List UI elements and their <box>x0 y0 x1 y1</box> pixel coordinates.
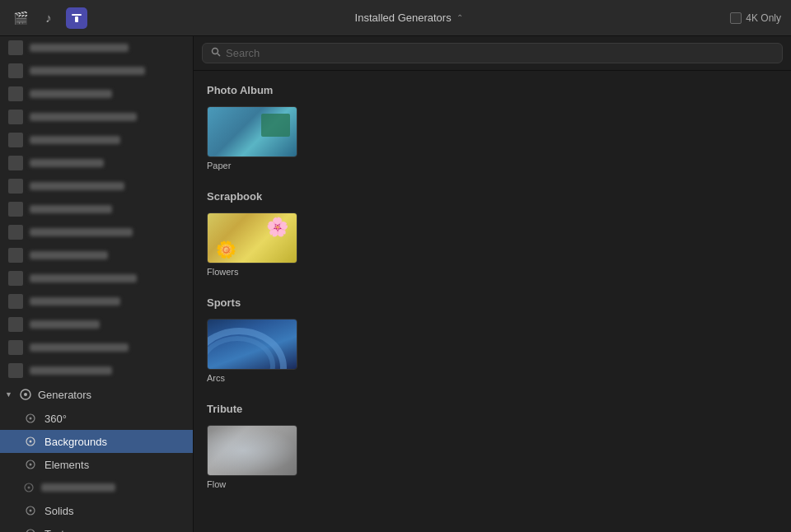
list-item <box>0 221 193 244</box>
film-icon[interactable]: 🎬 <box>10 7 31 29</box>
music-icon[interactable]: ♪ <box>38 7 59 29</box>
list-item <box>0 267 193 290</box>
svg-point-5 <box>30 418 32 420</box>
main-layout: ▼ Generators 360° <box>0 36 791 532</box>
media-item-paper[interactable]: Paper <box>207 106 297 170</box>
sidebar-item-label: 360° <box>44 413 67 425</box>
generators-label: Generators <box>38 389 91 401</box>
generators-section-header[interactable]: ▼ Generators <box>0 382 193 407</box>
sidebar-item-solids[interactable]: Solids <box>0 499 193 522</box>
blurred-label <box>30 182 124 190</box>
category-sports: Sports Arcs <box>194 283 791 390</box>
media-thumbnail <box>207 425 297 476</box>
generator-icon <box>23 503 38 518</box>
svg-point-9 <box>30 464 32 466</box>
svg-rect-0 <box>72 14 82 16</box>
generator-icon <box>23 457 38 472</box>
search-input[interactable] <box>226 47 774 59</box>
blurred-label <box>30 90 112 98</box>
media-thumbnail <box>207 212 297 264</box>
media-label: Flowers <box>207 267 297 277</box>
media-label: Paper <box>207 161 297 170</box>
sidebar-item-blurred <box>0 476 193 499</box>
blurred-label <box>30 366 112 375</box>
category-tribute: Tribute Flow <box>194 390 791 496</box>
blurred-label <box>30 159 104 167</box>
sidebar-item-elements[interactable]: Elements <box>0 453 193 476</box>
thumb-paper <box>208 107 297 156</box>
sidebar-item-label: Textures <box>44 528 85 533</box>
item-icon <box>8 133 23 147</box>
media-item-flowers[interactable]: Flowers <box>207 212 297 277</box>
sidebar-item-360[interactable]: 360° <box>0 407 193 430</box>
title-icon[interactable] <box>66 7 87 29</box>
blurred-label <box>30 113 137 121</box>
category-scrapbook: Scrapbook Flowers <box>194 177 791 283</box>
section-chevron-icon: ▼ <box>5 390 13 399</box>
window-title[interactable]: Installed Generators ⌃ <box>87 12 730 24</box>
blurred-label <box>30 343 129 352</box>
item-icon <box>8 156 23 170</box>
sidebar-item-label: Backgrounds <box>44 436 107 448</box>
list-item <box>0 152 193 175</box>
svg-point-11 <box>28 487 30 489</box>
list-item <box>0 59 193 82</box>
svg-point-13 <box>30 510 32 512</box>
search-inner[interactable] <box>202 43 783 63</box>
media-label: Flow <box>207 479 297 489</box>
category-title: Tribute <box>207 403 778 415</box>
svg-point-16 <box>213 49 218 54</box>
svg-point-3 <box>24 393 27 396</box>
blurred-label <box>30 205 112 213</box>
blurred-label <box>41 483 115 492</box>
content-area: Photo Album Paper Scrapbook Flowers <box>194 36 791 532</box>
toolbar-icons: 🎬 ♪ <box>10 7 87 29</box>
category-title: Scrapbook <box>207 190 778 203</box>
item-icon <box>8 110 23 124</box>
search-icon <box>211 47 221 59</box>
generator-icon <box>23 434 38 449</box>
category-title: Photo Album <box>207 84 778 96</box>
item-icon <box>8 202 23 217</box>
sidebar-item-label: Solids <box>44 505 73 517</box>
4k-checkbox[interactable] <box>730 12 742 24</box>
chevron-down-icon: ⌃ <box>456 13 463 22</box>
items-grid: Arcs <box>207 319 778 383</box>
item-icon <box>8 40 23 55</box>
category-title: Sports <box>207 296 778 309</box>
media-item-arcs[interactable]: Arcs <box>207 319 297 383</box>
blurred-label <box>30 251 108 259</box>
item-icon <box>8 317 23 332</box>
toolbar-right: 4K Only <box>730 12 781 24</box>
thumb-flowers <box>208 213 297 263</box>
sidebar-item-backgrounds[interactable]: Backgrounds <box>0 430 193 453</box>
blurred-label <box>30 297 120 306</box>
thumb-flow <box>208 426 297 475</box>
list-item <box>0 336 193 359</box>
list-item <box>0 290 193 313</box>
list-item <box>0 244 193 267</box>
media-label: Arcs <box>207 373 297 383</box>
items-grid: Paper <box>207 106 778 170</box>
4k-only-toggle[interactable]: 4K Only <box>730 12 781 24</box>
list-item <box>0 105 193 128</box>
list-item <box>0 82 193 105</box>
blurred-label <box>30 67 145 75</box>
item-icon <box>8 340 23 355</box>
item-icon <box>8 294 23 309</box>
blurred-label <box>30 228 133 236</box>
items-grid: Flow <box>207 425 778 489</box>
blurred-label <box>30 274 137 282</box>
svg-line-17 <box>218 54 220 56</box>
sidebar-item-label: Elements <box>44 459 89 471</box>
list-item <box>0 175 193 198</box>
svg-rect-1 <box>75 16 78 22</box>
list-item <box>0 198 193 221</box>
sidebar: ▼ Generators 360° <box>0 36 194 532</box>
item-icon <box>8 363 23 378</box>
media-item-flow[interactable]: Flow <box>207 425 297 489</box>
search-bar <box>194 36 791 71</box>
title-text: Installed Generators <box>355 12 452 24</box>
item-icon <box>8 271 23 286</box>
sidebar-item-textures[interactable]: Textures <box>0 522 193 532</box>
